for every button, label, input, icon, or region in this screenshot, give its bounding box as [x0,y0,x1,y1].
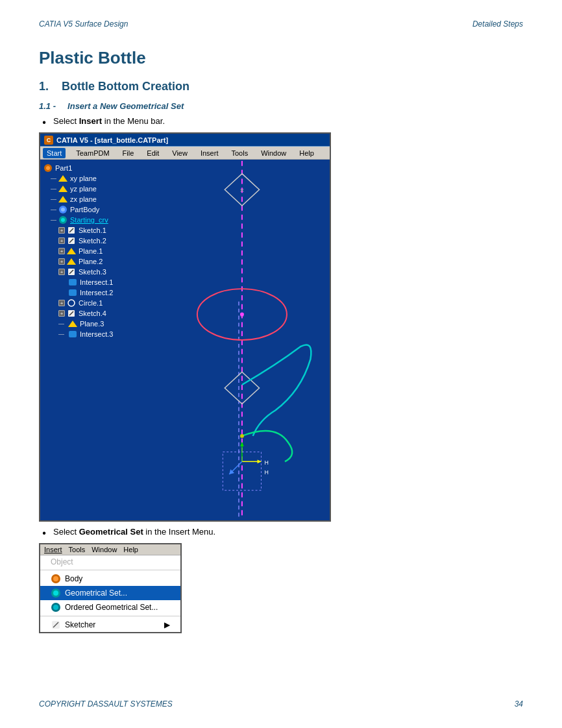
catia-main-area: Part1 — xy plane — yz plane [40,160,330,520]
menu-item-sketcher-label: Sketcher [65,620,95,629]
intersect3-icon [67,330,78,339]
tree-label-sketch4: Sketch.4 [79,309,106,317]
sketch2-icon [66,236,77,245]
menu-item-body-label: Body [65,574,82,583]
page-title: Plastic Bottle [39,48,523,68]
tree-item-plane2: + Plane.2 [43,256,145,267]
footer-page-number: 34 [515,699,523,709]
svg-marker-4 [58,196,67,202]
section-heading: Bottle Bottom Creation [62,80,189,93]
bullet-item-1: • Select Insert in the Menu bar. [39,116,523,128]
plane1-icon [66,247,77,256]
menu-edit[interactable]: Edit [144,148,162,158]
svg-text:H: H [264,459,268,466]
intersect1-icon [67,278,78,287]
catia-titlebar: C CATIA V5 - [start_bottle.CATPart] [40,134,330,147]
circle1-icon [66,298,77,308]
menu-window-bar[interactable]: Window [92,546,117,553]
menu-separator-2 [40,616,180,616]
tree-item-zx: — zx plane [43,194,145,204]
menu-insert-bar[interactable]: Insert [44,546,62,553]
tree-label-yz: yz plane [70,185,97,193]
tree-label-intersect2: Intersect.2 [80,289,113,297]
svg-rect-18 [69,289,77,296]
tree-label-sketch2: Sketch.2 [79,237,106,245]
tree-item-sketch1: + Sketch.1 [43,225,145,236]
expand-sketch3[interactable]: + [58,269,65,275]
tree-label-starting: Starting_crv [70,216,108,224]
svg-point-6 [61,208,65,212]
expand-circle1[interactable]: + [58,300,65,306]
menu-help-bar[interactable]: Help [123,546,138,553]
svg-rect-23 [69,331,77,337]
tree-label-intersect3: Intersect.3 [80,330,113,338]
menu-item-ordered-geo-set[interactable]: Ordered Geometrical Set... [40,600,180,614]
tree-item-intersect2: Intersect.2 [43,287,145,298]
tree-label-part1: Part1 [55,164,72,172]
tree-label-plane3: Plane.3 [80,320,104,328]
subsection-heading: Insert a New Geometrical Set [67,101,184,111]
svg-rect-17 [69,279,77,285]
expand-plane2[interactable]: + [58,258,65,265]
insert-menu-screenshot: Insert Tools Window Help Object Body [39,543,182,633]
plane2-icon [66,257,77,266]
menu-item-geo-set-label: Geometrical Set... [65,588,127,598]
menu-tools-bar[interactable]: Tools [69,546,86,553]
tree-item-plane1: + Plane.1 [43,246,145,256]
svg-point-41 [240,434,244,438]
menu-teampdm[interactable]: TeamPDM [73,148,112,158]
tree-item-circle1: + Circle.1 [43,298,145,308]
menu-view[interactable]: View [169,148,190,158]
starting-icon [58,215,68,224]
tree-item-partbody: — PartBody [43,204,145,215]
svg-marker-2 [58,175,67,182]
menu-bar-strip: Insert Tools Window Help [40,544,180,555]
partbody-icon [58,205,68,214]
svg-marker-3 [58,186,67,192]
svg-point-31 [240,313,244,317]
tree-item-intersect3: — Intersect.3 [43,329,145,339]
expand-sketch2[interactable]: + [58,237,65,244]
bullet-dot-1: • [39,116,49,128]
tree-item-starting: — Starting_crv [43,215,145,225]
menu-window[interactable]: Window [258,148,289,158]
svg-text:H: H [264,469,268,476]
ordered-geo-set-icon [51,602,61,613]
catia-window-title: CATIA V5 - [start_bottle.CATPart] [56,136,168,144]
svg-point-46 [53,590,58,596]
bullet-text-2: Select Geometrical Set in the Insert Men… [53,527,215,537]
tree-item-part1: Part1 [43,163,145,173]
catia-tree: Part1 — xy plane — yz plane [40,160,147,520]
svg-point-19 [68,300,75,306]
menu-file[interactable]: File [120,148,137,158]
menu-item-body[interactable]: Body [40,572,180,586]
header-right: Detailed Steps [472,19,523,29]
page-container: CATIA V5 Surface Design Detailed Steps P… [0,0,562,728]
menu-start[interactable]: Start [43,148,66,158]
bullet-text-1: Select Insert in the Menu bar. [53,116,165,126]
menu-insert[interactable]: Insert [198,148,221,158]
sketch4-icon [66,309,77,318]
menu-tools[interactable]: Tools [228,148,250,158]
yz-icon [58,184,68,193]
svg-point-44 [53,576,58,581]
expand-sketch4[interactable]: + [58,310,65,317]
tree-label-sketch1: Sketch.1 [79,226,106,234]
tree-item-plane3: — Plane.3 [43,319,145,329]
catia-app-icon: C [44,136,53,145]
svg-point-48 [53,605,58,610]
xy-icon [58,174,68,183]
sketcher-icon [51,620,61,630]
expand-plane1[interactable]: + [58,248,65,254]
expand-sketch1[interactable]: + [58,227,65,234]
menu-item-geometrical-set[interactable]: Geometrical Set... [40,586,180,600]
tree-label-partbody: PartBody [70,206,99,213]
tree-item-xy: — xy plane [43,173,145,184]
menu-help[interactable]: Help [297,148,317,158]
menu-item-sketcher[interactable]: Sketcher ▶ [40,618,180,632]
menu-item-object-label: Object [51,557,73,566]
body-icon [51,574,61,584]
intersect2-icon [67,288,78,297]
menu-item-ordered-geo-set-label: Ordered Geometrical Set... [65,603,158,612]
svg-text:×: × [239,186,244,195]
